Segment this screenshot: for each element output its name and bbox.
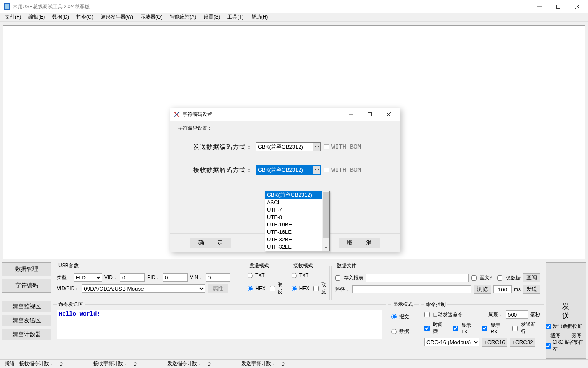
file-send-button[interactable]: 发送 [523,285,540,294]
svg-rect-1 [557,5,560,9]
send-textarea[interactable] [57,310,382,339]
send-encoding-combo[interactable]: GBK(兼容GB2312) [256,142,321,151]
recv-invert-label: 取反 [321,282,326,296]
dropdown-option[interactable]: UTF-32LE [265,243,322,251]
show-tx-check[interactable] [453,326,458,331]
dropdown-option[interactable]: UTF-7 [265,206,322,214]
auto-send-check[interactable] [424,312,430,317]
clear-send-button[interactable]: 清空发送区 [2,315,51,326]
menu-ai[interactable]: 智能应答(A) [166,13,200,21]
timestamp-check[interactable] [424,326,430,331]
app-icon [4,3,10,10]
clear-monitor-button[interactable]: 清空监视区 [2,301,51,312]
recv-encoding-row: 接收数据解码方式： GBK(兼容GB2312) WITH BOM [193,165,393,175]
save-report-check[interactable] [335,275,340,281]
ok-button[interactable]: 确 定 [190,238,231,248]
usb-params-group: USB参数 类型： HID VID： PID： VIN： VID/PID： 09… [53,262,242,300]
tx-cmd-label: 发送指令计数： [166,360,204,367]
send-newline-check[interactable] [512,326,518,331]
dialog-close-button[interactable] [379,108,398,121]
save-report-label: 存入报表 [344,275,363,282]
disp-data-radio[interactable] [391,329,397,334]
vin-label: VIN： [190,274,203,281]
char-encode-button[interactable]: 字符编码 [2,279,51,293]
data-manage-button[interactable]: 数据管理 [2,262,51,276]
pid-label: PID： [147,274,160,281]
crc16-button[interactable]: +CRC16 [482,338,507,347]
vid-input[interactable] [120,273,145,282]
show-rx-check[interactable] [482,326,487,331]
close-button[interactable] [568,0,587,13]
crc-hi-left-check[interactable] [546,343,551,349]
vidpid-label: VID/PID： [57,285,79,292]
send-invert-check[interactable] [270,286,275,291]
send-txt-radio[interactable] [248,273,253,278]
crc-select[interactable]: CRC-16 (Modbus) [424,338,479,346]
main-window: 常用USB总线调试工具 2024秋季版 文件(F) 编辑(E) 数据(D) 指令… [0,0,588,368]
menu-help[interactable]: 帮助(H) [248,13,272,21]
dropdown-option[interactable]: GBK(兼容GB2312) [265,191,322,199]
chevron-down-icon[interactable] [322,244,329,251]
dropdown-option[interactable]: UTF-16LE [265,228,322,236]
type-select[interactable]: HID [74,273,102,282]
recv-hex-radio[interactable] [292,286,297,291]
only-data-check[interactable] [497,275,502,281]
recv-encoding-dropdown[interactable]: GBK(兼容GB2312) ASCII UTF-7 UTF-8 UTF-16BE… [265,191,330,251]
tx-char-value: 0 [279,361,304,367]
scrollbar-thumb[interactable] [323,192,329,238]
dropdown-option[interactable]: UTF-16BE [265,221,322,228]
attr-button[interactable]: 属性 [208,284,228,293]
send-with-bom-label: WITH BOM [331,144,361,151]
maximize-button[interactable] [549,0,568,13]
dropdown-option[interactable]: UTF-32BE [265,236,322,243]
period-input[interactable] [506,310,528,319]
vin-input[interactable] [206,273,230,282]
dialog-maximize-button[interactable] [360,108,379,121]
send-with-bom[interactable]: WITH BOM [324,144,361,151]
send-hex-label: HEX [255,286,266,291]
to-file-label: 至文件 [480,275,495,282]
query-button[interactable]: 查阅 [523,273,540,282]
menu-waveform[interactable]: 波形发生器(W) [97,13,137,21]
recv-encoding-value: GBK(兼容GB2312) [256,166,313,174]
interval-input[interactable] [493,285,512,293]
lower-row: 清空监视区 清空发送区 清空计数器 命令发送区 显示模式 报文 数据 命令控制 … [2,301,586,342]
path-input[interactable] [352,285,471,293]
menu-data[interactable]: 数据(D) [49,13,73,21]
recv-with-bom[interactable]: WITH BOM [324,167,361,174]
menu-scope[interactable]: 示波器(O) [137,13,166,21]
pid-input[interactable] [163,273,188,282]
only-data-label: 仅数据 [506,275,521,282]
rx-char-value: 0 [131,361,156,367]
vidpid-select[interactable]: 09DA/C10A:USB Mouse [82,284,205,293]
menu-edit[interactable]: 编辑(E) [25,13,49,21]
recv-mode-legend: 接收模式 [292,262,315,269]
menu-file[interactable]: 文件(F) [1,13,25,21]
minimize-button[interactable] [530,0,549,13]
browse-button[interactable]: 浏览 [474,285,491,294]
recv-invert-check[interactable] [313,286,319,291]
cancel-button[interactable]: 取 消 [339,238,380,248]
send-hex-radio[interactable] [248,286,253,291]
menu-settings[interactable]: 设置(S) [200,13,224,21]
crc32-button[interactable]: +CRC32 [510,338,535,347]
dropdown-option[interactable]: UTF-8 [265,214,322,221]
period-unit: 毫秒 [530,311,540,318]
send-button[interactable]: 发 送 [546,301,586,321]
dropdown-scrollbar[interactable] [322,191,329,251]
menu-command[interactable]: 指令(C) [73,13,97,21]
checkbox-icon [324,168,329,172]
dropdown-option[interactable]: ASCII [265,199,322,206]
disp-packet-radio[interactable] [391,314,397,319]
to-file-check[interactable] [471,275,477,281]
dialog-minimize-button[interactable] [341,108,360,121]
menu-tools[interactable]: 工具(T) [224,13,247,21]
send-encoding-label: 发送数据编码方式： [193,143,252,151]
recv-txt-radio[interactable] [292,273,297,278]
show-rx-label: 显示RX [491,322,507,335]
clear-counter-button[interactable]: 清空计数器 [2,329,51,340]
send-area-legend: 命令发送区 [57,301,85,308]
cast-screen-check[interactable] [546,324,551,329]
recv-encoding-combo[interactable]: GBK(兼容GB2312) [256,165,321,175]
report-path-input[interactable] [366,274,469,282]
